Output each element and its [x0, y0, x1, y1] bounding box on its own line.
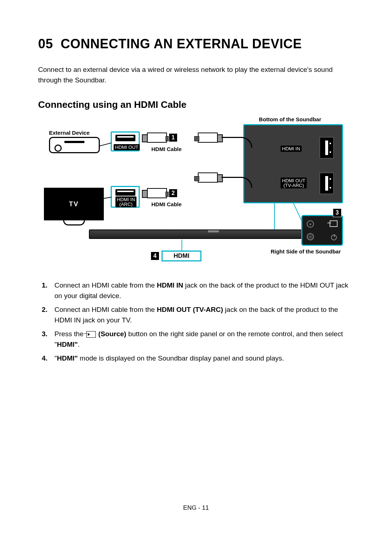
bottom-soundbar-label: Bottom of the Soundbar: [259, 116, 321, 122]
instruction-list: Connect an HDMI cable from the HDMI IN j…: [38, 280, 354, 364]
page-footer: ENG - 11: [0, 504, 392, 512]
hdmi-cable-label-1: HDMI Cable: [151, 146, 181, 152]
hdmi-connector-icon: [147, 133, 167, 143]
instruction-step-1: Connect an HDMI cable from the HDMI IN j…: [38, 280, 354, 301]
link-line: [274, 203, 275, 231]
step-marker-4: 4: [151, 252, 159, 260]
hdmi-in-arc-label: HDMI IN (ARC): [115, 196, 136, 207]
volume-down-icon: −: [307, 233, 314, 240]
power-icon: [331, 235, 337, 240]
soundbar-body-icon: [89, 229, 307, 239]
hdmi-connector-icon: [198, 172, 218, 183]
instruction-step-3: Press the (Source) button on the right s…: [38, 329, 354, 350]
hdmi-out-port: [319, 172, 334, 194]
external-device-icon: [49, 137, 100, 153]
source-icon: [330, 220, 338, 227]
hdmi-out-tvarc-label: HDMI OUT (TV-ARC): [281, 178, 307, 188]
section-title: Connecting using an HDMI Cable: [38, 99, 354, 110]
instruction-step-2: Connect an HDMI cable from the HDMI OUT …: [38, 305, 354, 325]
hdmi-display-box: HDMI: [162, 251, 201, 261]
chapter-title: 05 CONNECTING AN EXTERNAL DEVICE: [38, 36, 354, 52]
tv-label: TV: [69, 200, 79, 208]
step-marker-1: 1: [169, 133, 177, 142]
soundbar-rear-panel: HDMI IN HDMI OUT (TV-ARC): [243, 124, 343, 203]
hdmi-cable-label-2: HDMI Cable: [151, 201, 181, 207]
chapter-name: CONNECTING AN EXTERNAL DEVICE: [61, 36, 302, 51]
soundbar-side-controls: + −: [301, 215, 343, 246]
chapter-number: 05: [38, 36, 53, 51]
hdmi-in-label: HDMI IN: [281, 146, 302, 152]
intro-text: Connect to an external device via a wire…: [38, 65, 354, 85]
source-icon: [86, 331, 96, 338]
hdmi-in-port: [319, 137, 334, 159]
tv-icon: TV: [44, 188, 104, 228]
hdmi-out-label: HDMI OUT: [114, 144, 140, 150]
hdmi-connector-icon: [147, 188, 167, 198]
hdmi-connector-icon: [198, 133, 218, 143]
external-device-label: External Device: [49, 130, 90, 136]
connection-diagram: External Device Bottom of the Soundbar H…: [38, 117, 354, 269]
step-marker-2: 2: [169, 189, 177, 198]
volume-up-icon: +: [307, 220, 314, 228]
step-marker-3: 3: [333, 208, 342, 217]
link-line: [181, 240, 182, 251]
right-side-label: Right Side of the Soundbar: [271, 248, 341, 255]
instruction-step-4: "HDMI" mode is displayed on the Soundbar…: [38, 353, 354, 364]
